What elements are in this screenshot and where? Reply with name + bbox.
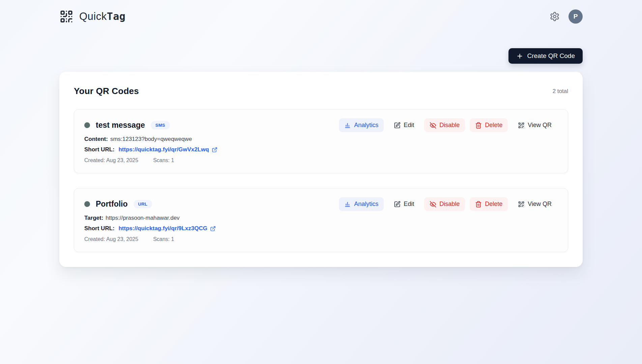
card-title-group: test message SMS (84, 121, 170, 130)
status-dot (84, 201, 90, 207)
short-url-link[interactable]: https://quicktag.fyi/qr/9Lxz3QCG (118, 225, 216, 232)
brand-tag: Tag (107, 10, 126, 22)
analytics-button[interactable]: Analytics (339, 118, 384, 132)
panel-title: Your QR Codes (74, 86, 139, 96)
view-qr-label: View QR (528, 122, 552, 129)
user-avatar[interactable]: P (568, 9, 583, 24)
qr-codes-panel: Your QR Codes 2 total test message SMS A… (59, 72, 583, 267)
target-value: https://prasoon-mahawar.dev (106, 215, 179, 221)
view-qr-label: View QR (528, 201, 552, 208)
card-top-row: Portfolio URL Analytics Edit Disable (84, 197, 557, 211)
disable-button[interactable]: Disable (424, 118, 465, 132)
short-url-link[interactable]: https://quicktag.fyi/qr/GwVx2Lwq (118, 146, 217, 153)
qr-code-name: Portfolio (96, 200, 128, 209)
bar-chart-icon (344, 122, 351, 129)
edit-button[interactable]: Edit (388, 197, 419, 211)
app-logo: QuickTag (59, 9, 125, 24)
type-badge: URL (134, 200, 152, 208)
page-container: QuickTag P Create QR Code Your QR Codes … (59, 0, 583, 267)
qr-code-card: Portfolio URL Analytics Edit Disable (74, 188, 568, 252)
edit-label: Edit (404, 122, 414, 129)
disable-label: Disable (439, 201, 460, 208)
edit-label: Edit (404, 201, 414, 208)
edit-icon (394, 201, 401, 208)
view-qr-button[interactable]: View QR (513, 197, 557, 211)
short-url-label: Short URL: (84, 225, 115, 232)
external-link-icon (212, 147, 217, 153)
target-label: Target: (84, 215, 103, 221)
create-row: Create QR Code (59, 48, 583, 64)
view-qr-button[interactable]: View QR (513, 118, 557, 132)
target-field: Target:https://prasoon-mahawar.dev (84, 215, 557, 221)
status-dot (84, 122, 90, 128)
analytics-button[interactable]: Analytics (339, 197, 384, 211)
short-url-label: Short URL: (84, 146, 115, 153)
short-url-field: Short URL: https://quicktag.fyi/qr/GwVx2… (84, 146, 557, 153)
analytics-label: Analytics (354, 122, 378, 129)
card-top-row: test message SMS Analytics Edit Disable (84, 118, 557, 132)
disable-button[interactable]: Disable (424, 197, 465, 211)
card-actions: Analytics Edit Disable Delete (339, 118, 557, 132)
content-value: sms:123123?body=qweqweqwe (110, 136, 192, 142)
created-date: Created: Aug 23, 2025 (84, 236, 138, 242)
card-title-group: Portfolio URL (84, 200, 152, 209)
external-link-icon (210, 226, 216, 232)
qr-code-icon (518, 201, 525, 208)
delete-button[interactable]: Delete (470, 118, 508, 132)
delete-label: Delete (485, 122, 502, 129)
edit-button[interactable]: Edit (388, 118, 419, 132)
delete-button[interactable]: Delete (470, 197, 508, 211)
disable-label: Disable (439, 122, 460, 129)
short-url-field: Short URL: https://quicktag.fyi/qr/9Lxz3… (84, 225, 557, 232)
card-actions: Analytics Edit Disable Delete (339, 197, 557, 211)
avatar-initial: P (574, 13, 578, 20)
create-qr-code-button[interactable]: Create QR Code (508, 48, 583, 64)
gear-icon (550, 11, 560, 22)
brand-quick: Quick (79, 10, 107, 23)
trash-icon (475, 122, 482, 129)
trash-icon (475, 201, 482, 208)
type-badge: SMS (151, 121, 170, 129)
card-meta: Created: Aug 23, 2025 Scans: 1 (84, 157, 557, 163)
top-bar: QuickTag P (59, 0, 583, 24)
panel-header: Your QR Codes 2 total (74, 86, 568, 96)
brand-text: QuickTag (79, 10, 125, 23)
qr-code-card: test message SMS Analytics Edit Disable (74, 109, 568, 173)
create-qr-code-label: Create QR Code (527, 52, 575, 60)
eye-off-icon (430, 201, 436, 208)
top-bar-right: P (550, 9, 583, 24)
qr-code-name: test message (96, 121, 145, 130)
qr-code-icon (518, 122, 525, 129)
short-url-text: https://quicktag.fyi/qr/9Lxz3QCG (118, 225, 207, 232)
settings-button[interactable] (550, 11, 560, 22)
card-meta: Created: Aug 23, 2025 Scans: 1 (84, 236, 557, 242)
total-count: 2 total (553, 88, 568, 95)
qr-logo-icon (59, 9, 74, 24)
bar-chart-icon (344, 201, 351, 208)
plus-icon (516, 53, 523, 60)
created-date: Created: Aug 23, 2025 (84, 157, 138, 163)
analytics-label: Analytics (354, 201, 378, 208)
delete-label: Delete (485, 201, 502, 208)
content-label: Content: (84, 136, 108, 142)
scan-count: Scans: 1 (153, 236, 174, 242)
edit-icon (394, 122, 401, 129)
scan-count: Scans: 1 (153, 157, 174, 163)
eye-off-icon (430, 122, 436, 129)
content-field: Content:sms:123123?body=qweqweqwe (84, 136, 557, 143)
short-url-text: https://quicktag.fyi/qr/GwVx2Lwq (118, 146, 209, 153)
